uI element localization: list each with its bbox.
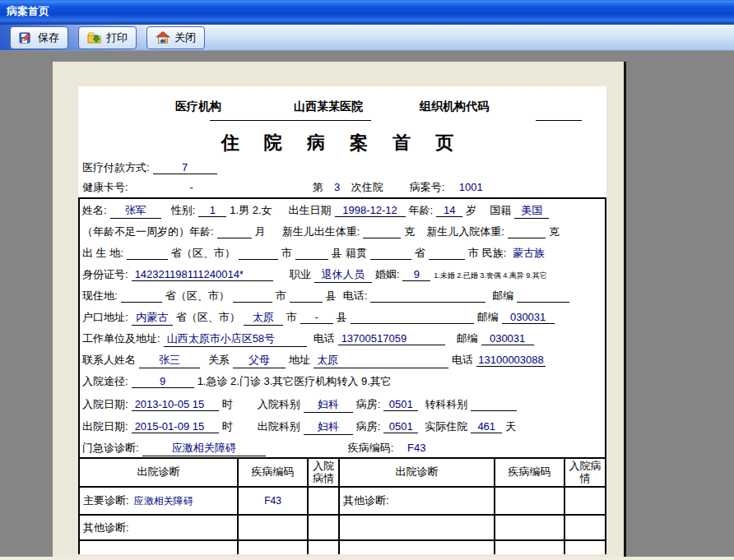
medical-record-sheet: 医疗机构 山西某某医院 组织机构代码 住 院 病 案 首 页 医疗付款方式:7健… (78, 86, 606, 554)
field-value: 13100003088 (476, 354, 546, 367)
form-row: 入院途径:91.急诊 2.门诊 3.其它医疗机构转入 9.其它 (82, 374, 606, 392)
field-value: 9 (132, 375, 194, 388)
field-label: 县 (326, 289, 337, 303)
field-label: 岁 (466, 203, 476, 218)
form-row: 门急诊诊断:应激相关障碍疾病编码:F43 (82, 441, 606, 459)
cell-value: 应激相关障碍 (134, 494, 193, 508)
table-header-cell: 疾病编码 (495, 459, 565, 488)
diagnosis-cell: 其他诊断: (78, 516, 239, 541)
table-header-cell: 入院病情 (309, 459, 340, 488)
field-value: 2015-01-09 15 (132, 420, 219, 433)
diagnosis-cell (239, 516, 309, 541)
form-row: 户口地址:内蒙古省（区、市）太原市-县 邮编030031 (82, 310, 606, 328)
field-label: 天 (505, 419, 516, 434)
field-label: 次住院 (351, 180, 383, 195)
field-label: 疾病编码: (348, 441, 394, 456)
field-blank (508, 225, 546, 238)
field-label: 医疗付款方式: (82, 160, 150, 175)
field-value: 内蒙古 (132, 310, 173, 326)
field-label: 出 生 地: (82, 246, 123, 261)
field-label: 出院日期: (82, 419, 128, 434)
diagnosis-cell (309, 488, 340, 516)
field-value: 太原 (244, 310, 283, 326)
diagnosis-cell: 主要诊断:应激相关障碍 (78, 488, 239, 516)
field-label: 入院途径: (82, 374, 128, 389)
cell-value: F43 (264, 495, 281, 507)
table-header-cell: 出院诊断 (340, 459, 495, 488)
field-value: - (160, 181, 224, 193)
field-label: 市 (276, 289, 286, 303)
field-blank (233, 289, 272, 303)
field-label: 国籍 (490, 203, 511, 218)
hospital-name: 山西某某医院 (294, 100, 363, 114)
field-label: 市 (281, 246, 292, 261)
field-value: - (300, 311, 333, 324)
field-label: 关系 (208, 353, 230, 368)
diagnosis-cell (565, 488, 606, 516)
table-row: 出院诊断疾病编码入院病情出院诊断疾病编码入院病情 (78, 459, 606, 488)
field-blank (239, 247, 278, 260)
field-value: 张军 (110, 203, 161, 219)
org-code-label: 组织机构代码 (420, 100, 489, 114)
field-value: 14 (436, 204, 462, 217)
field-label: 职业 (290, 267, 311, 282)
field-label: 门急诊诊断: (82, 441, 139, 456)
field-label: 月 (255, 224, 266, 239)
cell-label: 其他诊断: (83, 521, 129, 535)
window-title: 病案首页 (7, 4, 49, 19)
table-header-cell: 出院诊断 (78, 459, 239, 488)
field-value: 13700517059 (338, 332, 445, 345)
field-label: 新生儿出生体重: (282, 224, 360, 239)
diagnosis-cell (495, 516, 565, 541)
field-note: 1.未婚 2.已婚 3.丧偶 4.离异 9.其它 (434, 271, 547, 281)
field-label: 身份证号: (82, 267, 128, 282)
diagnosis-cell (340, 541, 495, 554)
field-label: 电话 (452, 353, 473, 368)
field-label: 新生儿入院体重: (426, 224, 504, 239)
close-button[interactable]: 关闭 (146, 26, 205, 49)
cell-label: 其他诊断: (343, 493, 389, 508)
bottom-scroll-strip[interactable] (0, 557, 734, 560)
field-label: 克 (404, 224, 415, 239)
field-label: 入院日期: (82, 397, 128, 412)
close-icon (156, 30, 170, 45)
field-note: 1.急诊 2.门诊 3.其它医疗机构转入 9.其它 (197, 374, 392, 389)
diagnosis-cell: F43 (239, 488, 309, 516)
form-row: （年龄不足一周岁的）年龄: 月新生儿出生体重: 克新生儿入院体重: 克 (82, 224, 606, 243)
field-label: 省（区、市） (171, 246, 235, 261)
print-button[interactable]: 打印 (78, 26, 137, 49)
field-label: 市 (286, 310, 297, 325)
diagnosis-cell: 其他诊断: (340, 488, 495, 516)
field-label: 转科科别 (425, 397, 467, 412)
print-button-label: 打印 (106, 30, 128, 45)
form-title: 住 院 病 案 首 页 (78, 131, 606, 155)
save-button[interactable]: 保存 (10, 26, 68, 49)
field-value: 0501 (383, 420, 418, 433)
form-row: 联系人姓名张三关系父母地址太原电话13100003088 (82, 353, 606, 371)
field-label: 邮编 (457, 331, 478, 346)
table-row: 其他诊断: (78, 516, 606, 541)
field-label: 病房: (356, 419, 381, 434)
field-blank (295, 247, 328, 260)
diagnosis-cell (340, 516, 495, 541)
field-label: 民族: (482, 246, 507, 261)
field-value: 父母 (233, 353, 286, 368)
save-button-label: 保存 (38, 30, 59, 45)
form-row: 工作单位及地址:山西太原市小店区58号电话13700517059邮编030031 (82, 331, 606, 349)
field-value: 461 (471, 420, 502, 433)
app-window: 病案首页 保存 打印 (0, 0, 734, 560)
field-label: 联系人姓名 (82, 353, 136, 368)
field-value: 蒙古族 (509, 246, 547, 261)
cell-label: 主要诊断: (83, 493, 129, 508)
form-row: 健康卡号:-第3次住院病案号:1001 (82, 180, 606, 198)
form-row: 入院日期:2013-10-05 15时入院科别妇科病房:0501转科科别 (82, 397, 606, 415)
diagnosis-table: 出院诊断疾病编码入院病情出院诊断疾病编码入院病情主要诊断:应激相关障碍F43其他… (78, 457, 606, 554)
field-value: 3 (327, 181, 348, 193)
field-value: 妇科 (304, 397, 353, 413)
field-label: 县 (337, 310, 347, 325)
field-label: 病房: (356, 397, 381, 412)
diagnosis-cell (565, 516, 606, 541)
print-icon (87, 30, 102, 45)
diagnosis-cell (495, 488, 565, 516)
field-label: 性别: (171, 203, 196, 218)
